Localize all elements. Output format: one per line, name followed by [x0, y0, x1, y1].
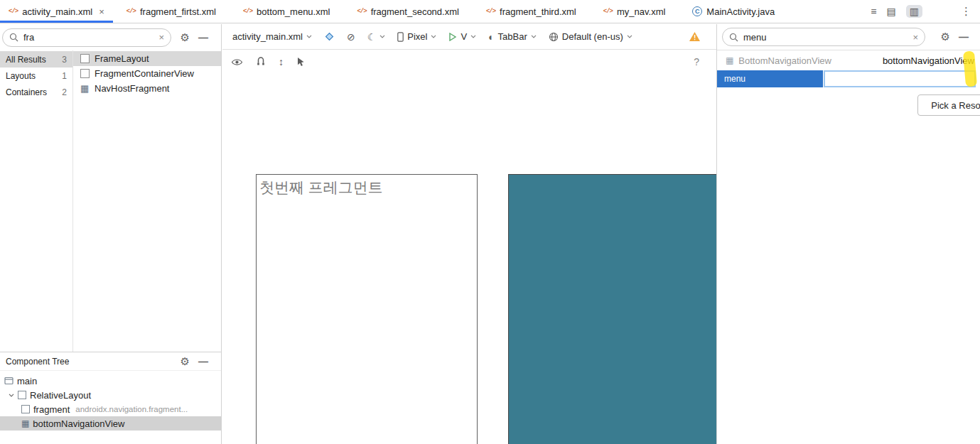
- more-options-icon[interactable]: ⋮: [961, 5, 971, 18]
- item-label: FragmentContainerView: [95, 68, 194, 79]
- tree-item-main[interactable]: main: [0, 374, 221, 388]
- palette-search-input[interactable]: [23, 32, 154, 43]
- warning-icon[interactable]: [689, 31, 701, 42]
- api-selector[interactable]: V: [448, 31, 476, 42]
- category-count: 2: [62, 87, 67, 97]
- tree-item-label: bottomNavigationView: [33, 418, 124, 429]
- tab-label: MainActivity.java: [706, 6, 775, 17]
- theme-label: TabBar: [498, 31, 527, 42]
- phone-icon: [397, 32, 404, 42]
- preview-mode-icon[interactable]: ▥: [906, 5, 922, 18]
- api-label: V: [461, 31, 467, 42]
- bottomnavigationview-icon: ▦: [21, 419, 29, 428]
- tree-item-fragment[interactable]: fragment androidx.navigation.fragment...: [0, 402, 221, 416]
- attribute-name-menu[interactable]: menu: [717, 70, 823, 87]
- component-tree-title: Component Tree: [6, 357, 69, 367]
- tab-label: my_nav.xml: [617, 6, 665, 17]
- tab-fragment-third-xml[interactable]: </> fragment_third.xml: [473, 0, 590, 23]
- tree-item-bottomnavigationview[interactable]: ▦ bottomNavigationView: [0, 416, 221, 431]
- orientation-icon[interactable]: ⊘: [347, 31, 355, 43]
- device-label: Pixel: [407, 31, 427, 42]
- palette-items: FrameLayout FragmentContainerView ▦ NavH…: [73, 50, 221, 352]
- component-tree-header: Component Tree ⚙ —: [0, 352, 221, 371]
- tab-bottom-menu-xml[interactable]: </> bottom_menu.xml: [230, 0, 344, 23]
- palette-category-containers[interactable]: Containers 2: [0, 84, 72, 100]
- attributes-search-row: × ⚙ —: [717, 24, 980, 50]
- locale-selector[interactable]: Default (en-us): [549, 31, 632, 42]
- split-editor-icon[interactable]: ▤: [887, 6, 896, 17]
- xml-file-icon: </>: [486, 8, 495, 15]
- selected-component-id: bottomNavigationView: [883, 55, 974, 66]
- device-preview-second[interactable]: [508, 174, 716, 444]
- editor-mode-controls: ≡ ▤ ▥ ⋮: [871, 0, 980, 23]
- clear-search-icon[interactable]: ×: [158, 32, 164, 43]
- component-tree-settings-gear-icon[interactable]: ⚙: [181, 355, 190, 368]
- category-count: 1: [62, 71, 67, 81]
- xml-file-icon: </>: [357, 8, 366, 15]
- tab-my-nav-xml[interactable]: </> my_nav.xml: [590, 0, 679, 23]
- component-tree-hide-icon[interactable]: —: [198, 356, 208, 367]
- margins-icon[interactable]: ↕: [279, 56, 284, 67]
- attributes-settings-gear-icon[interactable]: ⚙: [941, 31, 950, 43]
- design-surface-icon[interactable]: [324, 31, 335, 42]
- tree-item-relativelayout[interactable]: RelativeLayout: [0, 388, 221, 402]
- attributes-panel: × ⚙ — ▦ BottomNavigationView bottomNavig…: [716, 24, 980, 444]
- tab-label: bottom_menu.xml: [257, 6, 330, 17]
- close-icon[interactable]: ×: [99, 6, 104, 17]
- tab-fragment-second-xml[interactable]: </> fragment_second.xml: [343, 0, 472, 23]
- clear-search-icon[interactable]: ×: [912, 32, 918, 43]
- palette-item-framelayout[interactable]: FrameLayout: [73, 51, 221, 66]
- palette-body: All Results 3 Layouts 1 Containers 2 Fra…: [0, 50, 221, 352]
- xml-file-icon: </>: [603, 8, 613, 15]
- chevron-down-icon: [306, 35, 312, 38]
- palette-search-box[interactable]: ×: [2, 28, 171, 47]
- night-mode-selector[interactable]: ☾: [367, 31, 386, 43]
- component-tree-panel: Component Tree ⚙ — main RelativeLayout f…: [0, 352, 221, 444]
- java-class-icon: C: [692, 6, 702, 16]
- attributes-search-input[interactable]: [743, 32, 908, 43]
- moon-icon: ☾: [367, 31, 377, 43]
- tab-activity-main-xml[interactable]: </> activity_main.xml ×: [0, 0, 113, 23]
- palette-item-fragmentcontainerview[interactable]: FragmentContainerView: [73, 66, 221, 81]
- tab-fragment-firtst-xml[interactable]: </> fragment_firtst.xml: [113, 0, 230, 23]
- api-level-icon: [448, 33, 457, 41]
- bottomnavigationview-icon: ▦: [726, 56, 733, 65]
- selected-component-header: ▦ BottomNavigationView bottomNavigationV…: [717, 50, 980, 70]
- relativelayout-icon: [18, 391, 26, 399]
- theme-selector[interactable]: ◐ TabBar: [488, 31, 537, 43]
- item-label: FrameLayout: [95, 53, 149, 64]
- cursor-icon[interactable]: [296, 57, 305, 67]
- chevron-down-icon: [627, 35, 632, 38]
- tree-item-label: fragment: [33, 404, 70, 415]
- attributes-search-box[interactable]: ×: [722, 28, 925, 46]
- attribute-value-input[interactable]: [824, 70, 976, 87]
- palette-item-navhostfragment[interactable]: ▦ NavHostFragment: [73, 81, 221, 96]
- search-icon: [729, 33, 739, 42]
- hamburger-menu-icon[interactable]: ≡: [871, 6, 876, 17]
- palette-category-layouts[interactable]: Layouts 1: [0, 67, 72, 84]
- help-icon[interactable]: ?: [694, 56, 699, 67]
- selected-component-type: BottomNavigationView: [738, 55, 831, 66]
- magnet-icon[interactable]: [256, 57, 266, 67]
- palette-settings-gear-icon[interactable]: ⚙: [181, 31, 190, 44]
- device-selector[interactable]: Pixel: [397, 31, 436, 42]
- pick-resource-button[interactable]: Pick a Reso: [917, 94, 980, 116]
- tab-bar: </> activity_main.xml × </> fragment_fir…: [0, 0, 980, 23]
- design-editor: activity_main.xml ⊘ ☾ Pixel V ◐ TabBa: [222, 24, 716, 444]
- tab-label: activity_main.xml: [22, 6, 92, 17]
- attributes-hide-icon[interactable]: —: [959, 31, 969, 43]
- palette-hide-icon[interactable]: —: [198, 32, 208, 43]
- design-canvas: 첫번째 프레그먼트: [222, 75, 716, 444]
- file-variant-label: activity_main.xml: [232, 31, 303, 42]
- category-label: Layouts: [6, 71, 36, 81]
- locale-label: Default (en-us): [562, 31, 623, 42]
- category-count: 3: [62, 55, 67, 65]
- xml-file-icon: </>: [126, 8, 136, 15]
- tree-item-label: RelativeLayout: [30, 390, 91, 401]
- device-preview-first-fragment[interactable]: 첫번째 프레그먼트: [256, 174, 478, 444]
- palette-category-all-results[interactable]: All Results 3: [0, 51, 72, 67]
- tab-label: fragment_third.xml: [500, 6, 576, 17]
- tab-mainactivity-java[interactable]: C MainActivity.java: [679, 0, 788, 23]
- file-variant-selector[interactable]: activity_main.xml: [232, 31, 312, 42]
- view-options-eye-icon[interactable]: [231, 58, 243, 67]
